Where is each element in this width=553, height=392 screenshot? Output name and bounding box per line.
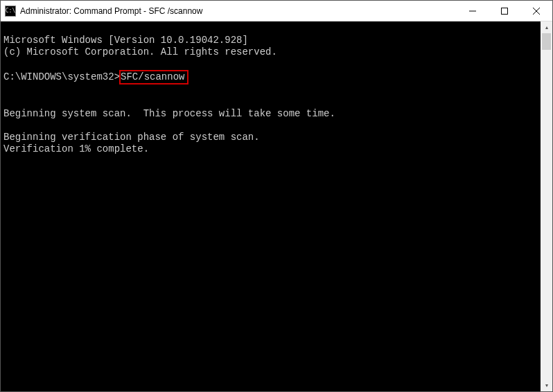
prompt-path: C:\WINDOWS\system32> bbox=[3, 71, 120, 83]
close-icon bbox=[533, 8, 540, 15]
command-highlight: SFC/scannow bbox=[119, 70, 188, 84]
scroll-up-button[interactable]: ▴ bbox=[541, 21, 552, 33]
output-line: Beginning verification phase of system s… bbox=[3, 132, 260, 143]
output-line: Beginning system scan. This process will… bbox=[3, 108, 335, 119]
vertical-scrollbar[interactable]: ▴ ▾ bbox=[541, 21, 552, 391]
scroll-up-icon: ▴ bbox=[545, 24, 548, 30]
console-output: Microsoft Windows [Version 10.0.19042.92… bbox=[1, 21, 552, 157]
output-line: Verification 1% complete. bbox=[3, 143, 149, 154]
scroll-thumb[interactable] bbox=[542, 33, 551, 50]
prompt-line: C:\WINDOWS\system32>SFC/scannow bbox=[3, 70, 550, 84]
svg-rect-1 bbox=[502, 8, 508, 14]
output-line: (c) Microsoft Corporation. All rights re… bbox=[3, 46, 277, 57]
minimize-button[interactable] bbox=[457, 1, 489, 21]
cmd-icon: C:\ bbox=[5, 6, 16, 17]
console-area[interactable]: Microsoft Windows [Version 10.0.19042.92… bbox=[1, 21, 552, 391]
titlebar[interactable]: C:\ Administrator: Command Prompt - SFC … bbox=[1, 1, 552, 21]
scroll-down-button[interactable]: ▾ bbox=[541, 380, 552, 391]
minimize-icon bbox=[469, 8, 476, 15]
output-line: Microsoft Windows [Version 10.0.19042.92… bbox=[3, 35, 248, 46]
scroll-down-icon: ▾ bbox=[545, 382, 548, 389]
cmd-window: C:\ Administrator: Command Prompt - SFC … bbox=[0, 0, 553, 392]
close-button[interactable] bbox=[520, 1, 552, 21]
maximize-button[interactable] bbox=[489, 1, 520, 21]
window-controls bbox=[457, 1, 552, 21]
command-text: SFC/scannow bbox=[121, 71, 184, 82]
maximize-icon bbox=[501, 8, 508, 15]
cmd-icon-label: C:\ bbox=[6, 8, 15, 14]
window-title: Administrator: Command Prompt - SFC /sca… bbox=[20, 6, 457, 16]
